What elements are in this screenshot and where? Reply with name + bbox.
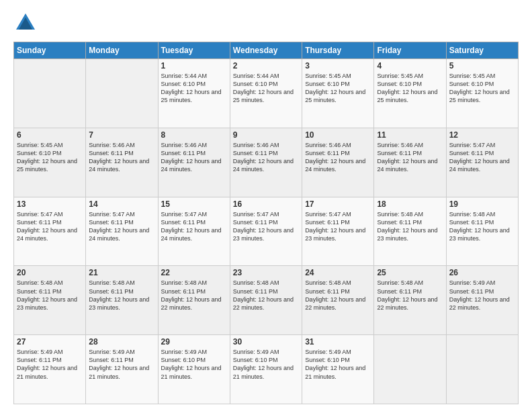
day-number: 9 [233,130,299,140]
day-number: 8 [161,130,227,140]
calendar-cell [446,335,518,404]
calendar-week-row: 6Sunrise: 5:45 AM Sunset: 6:10 PM Daylig… [14,128,519,197]
calendar-cell: 22Sunrise: 5:48 AM Sunset: 6:11 PM Dayli… [158,266,230,335]
day-info: Sunrise: 5:47 AM Sunset: 6:11 PM Dayligh… [233,210,299,243]
calendar-cell: 15Sunrise: 5:47 AM Sunset: 6:11 PM Dayli… [158,197,230,266]
day-number: 14 [89,199,154,209]
weekday-header: Friday [374,42,446,59]
day-info: Sunrise: 5:49 AM Sunset: 6:10 PM Dayligh… [161,348,227,381]
day-info: Sunrise: 5:45 AM Sunset: 6:10 PM Dayligh… [449,72,515,105]
day-number: 24 [305,268,371,277]
calendar-cell: 31Sunrise: 5:49 AM Sunset: 6:10 PM Dayli… [302,335,374,404]
day-number: 5 [449,61,515,71]
calendar-cell: 27Sunrise: 5:49 AM Sunset: 6:11 PM Dayli… [14,335,86,404]
weekday-header: Wednesday [230,42,302,59]
day-info: Sunrise: 5:46 AM Sunset: 6:11 PM Dayligh… [161,141,227,174]
day-number: 1 [161,61,227,71]
calendar-cell: 12Sunrise: 5:47 AM Sunset: 6:11 PM Dayli… [446,128,518,197]
day-number: 20 [17,268,83,277]
calendar-cell: 9Sunrise: 5:46 AM Sunset: 6:11 PM Daylig… [230,128,302,197]
calendar-cell: 25Sunrise: 5:48 AM Sunset: 6:11 PM Dayli… [374,266,446,335]
weekday-header: Sunday [14,42,86,59]
calendar-cell: 14Sunrise: 5:47 AM Sunset: 6:11 PM Dayli… [86,197,158,266]
calendar-cell: 26Sunrise: 5:49 AM Sunset: 6:11 PM Dayli… [446,266,518,335]
day-number: 4 [377,61,443,71]
day-number: 26 [449,268,515,277]
day-info: Sunrise: 5:47 AM Sunset: 6:11 PM Dayligh… [161,210,227,243]
calendar-week-row: 1Sunrise: 5:44 AM Sunset: 6:10 PM Daylig… [14,59,519,128]
calendar-cell: 13Sunrise: 5:47 AM Sunset: 6:11 PM Dayli… [14,197,86,266]
weekday-header: Thursday [302,42,374,59]
calendar-cell: 18Sunrise: 5:48 AM Sunset: 6:11 PM Dayli… [374,197,446,266]
logo [13,11,40,35]
calendar-cell: 16Sunrise: 5:47 AM Sunset: 6:11 PM Dayli… [230,197,302,266]
day-info: Sunrise: 5:46 AM Sunset: 6:11 PM Dayligh… [305,141,371,174]
calendar-cell: 4Sunrise: 5:45 AM Sunset: 6:10 PM Daylig… [374,59,446,128]
calendar-cell: 5Sunrise: 5:45 AM Sunset: 6:10 PM Daylig… [446,59,518,128]
calendar-table: SundayMondayTuesdayWednesdayThursdayFrid… [13,42,519,404]
weekday-header: Saturday [446,42,518,59]
day-number: 29 [161,337,227,347]
day-number: 17 [305,199,371,209]
day-number: 15 [161,199,227,209]
day-number: 28 [89,337,154,347]
logo-icon [13,11,38,35]
calendar-week-row: 13Sunrise: 5:47 AM Sunset: 6:11 PM Dayli… [14,197,519,266]
day-info: Sunrise: 5:49 AM Sunset: 6:10 PM Dayligh… [305,348,371,381]
day-number: 21 [89,268,154,277]
page: SundayMondayTuesdayWednesdayThursdayFrid… [0,0,532,411]
day-info: Sunrise: 5:45 AM Sunset: 6:10 PM Dayligh… [17,141,83,174]
day-number: 16 [233,199,299,209]
day-info: Sunrise: 5:45 AM Sunset: 6:10 PM Dayligh… [377,72,443,105]
day-number: 23 [233,268,299,277]
calendar-cell [14,59,86,128]
day-info: Sunrise: 5:48 AM Sunset: 6:11 PM Dayligh… [161,279,227,312]
day-info: Sunrise: 5:48 AM Sunset: 6:11 PM Dayligh… [89,279,154,312]
calendar-week-row: 27Sunrise: 5:49 AM Sunset: 6:11 PM Dayli… [14,335,519,404]
day-info: Sunrise: 5:45 AM Sunset: 6:10 PM Dayligh… [305,72,371,105]
day-info: Sunrise: 5:46 AM Sunset: 6:11 PM Dayligh… [377,141,443,174]
day-info: Sunrise: 5:47 AM Sunset: 6:11 PM Dayligh… [305,210,371,243]
day-info: Sunrise: 5:48 AM Sunset: 6:11 PM Dayligh… [377,279,443,312]
calendar-cell [374,335,446,404]
calendar-cell: 20Sunrise: 5:48 AM Sunset: 6:11 PM Dayli… [14,266,86,335]
day-info: Sunrise: 5:46 AM Sunset: 6:11 PM Dayligh… [233,141,299,174]
calendar-cell: 24Sunrise: 5:48 AM Sunset: 6:11 PM Dayli… [302,266,374,335]
day-info: Sunrise: 5:49 AM Sunset: 6:11 PM Dayligh… [89,348,154,381]
calendar-cell: 1Sunrise: 5:44 AM Sunset: 6:10 PM Daylig… [158,59,230,128]
calendar-cell: 29Sunrise: 5:49 AM Sunset: 6:10 PM Dayli… [158,335,230,404]
day-info: Sunrise: 5:48 AM Sunset: 6:11 PM Dayligh… [377,210,443,243]
day-info: Sunrise: 5:47 AM Sunset: 6:11 PM Dayligh… [89,210,154,243]
day-number: 19 [449,199,515,209]
day-number: 10 [305,130,371,140]
day-info: Sunrise: 5:44 AM Sunset: 6:10 PM Dayligh… [233,72,299,105]
calendar-cell: 11Sunrise: 5:46 AM Sunset: 6:11 PM Dayli… [374,128,446,197]
calendar-cell: 8Sunrise: 5:46 AM Sunset: 6:11 PM Daylig… [158,128,230,197]
calendar-cell: 21Sunrise: 5:48 AM Sunset: 6:11 PM Dayli… [86,266,158,335]
day-number: 30 [233,337,299,347]
calendar-cell: 23Sunrise: 5:48 AM Sunset: 6:11 PM Dayli… [230,266,302,335]
day-info: Sunrise: 5:46 AM Sunset: 6:11 PM Dayligh… [89,141,154,174]
day-number: 7 [89,130,154,140]
calendar-header: SundayMondayTuesdayWednesdayThursdayFrid… [14,42,519,59]
calendar-cell: 7Sunrise: 5:46 AM Sunset: 6:11 PM Daylig… [86,128,158,197]
day-number: 12 [449,130,515,140]
weekday-header: Tuesday [158,42,230,59]
calendar-cell: 3Sunrise: 5:45 AM Sunset: 6:10 PM Daylig… [302,59,374,128]
day-number: 13 [17,199,83,209]
calendar-cell: 17Sunrise: 5:47 AM Sunset: 6:11 PM Dayli… [302,197,374,266]
day-number: 18 [377,199,443,209]
day-info: Sunrise: 5:47 AM Sunset: 6:11 PM Dayligh… [449,141,515,174]
calendar-body: 1Sunrise: 5:44 AM Sunset: 6:10 PM Daylig… [14,59,519,404]
calendar-cell: 2Sunrise: 5:44 AM Sunset: 6:10 PM Daylig… [230,59,302,128]
day-info: Sunrise: 5:48 AM Sunset: 6:11 PM Dayligh… [233,279,299,312]
day-info: Sunrise: 5:47 AM Sunset: 6:11 PM Dayligh… [17,210,83,243]
calendar-cell: 28Sunrise: 5:49 AM Sunset: 6:11 PM Dayli… [86,335,158,404]
header-row: SundayMondayTuesdayWednesdayThursdayFrid… [14,42,519,59]
day-number: 22 [161,268,227,277]
day-number: 2 [233,61,299,71]
calendar-cell [86,59,158,128]
calendar-week-row: 20Sunrise: 5:48 AM Sunset: 6:11 PM Dayli… [14,266,519,335]
day-number: 25 [377,268,443,277]
day-number: 11 [377,130,443,140]
